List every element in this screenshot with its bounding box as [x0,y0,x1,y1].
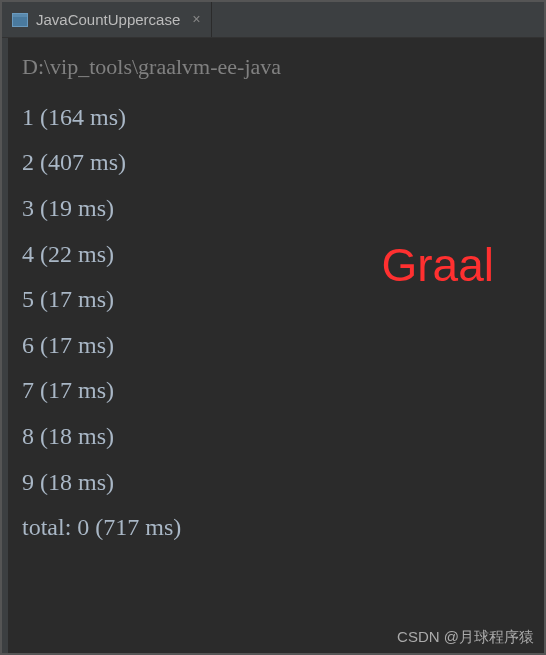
console-output: D:\vip_tools\graalvm-ee-java 1 (164 ms) … [2,38,544,551]
annotation-label: Graal [382,238,494,292]
tab-java-count-uppercase[interactable]: JavaCountUppercase × [2,2,212,37]
output-total: total: 0 (717 ms) [22,505,544,551]
output-line: 1 (164 ms) [22,95,544,141]
output-line: 2 (407 ms) [22,140,544,186]
watermark: CSDN @月球程序猿 [397,628,534,647]
tab-label: JavaCountUppercase [36,11,180,28]
output-line: 9 (18 ms) [22,460,544,506]
close-icon[interactable]: × [192,12,200,28]
output-line: 6 (17 ms) [22,323,544,369]
command-path: D:\vip_tools\graalvm-ee-java [22,52,544,83]
output-line: 7 (17 ms) [22,368,544,414]
terminal-icon [12,13,28,27]
output-line: 8 (18 ms) [22,414,544,460]
tab-bar: JavaCountUppercase × [2,2,544,38]
output-line: 3 (19 ms) [22,186,544,232]
